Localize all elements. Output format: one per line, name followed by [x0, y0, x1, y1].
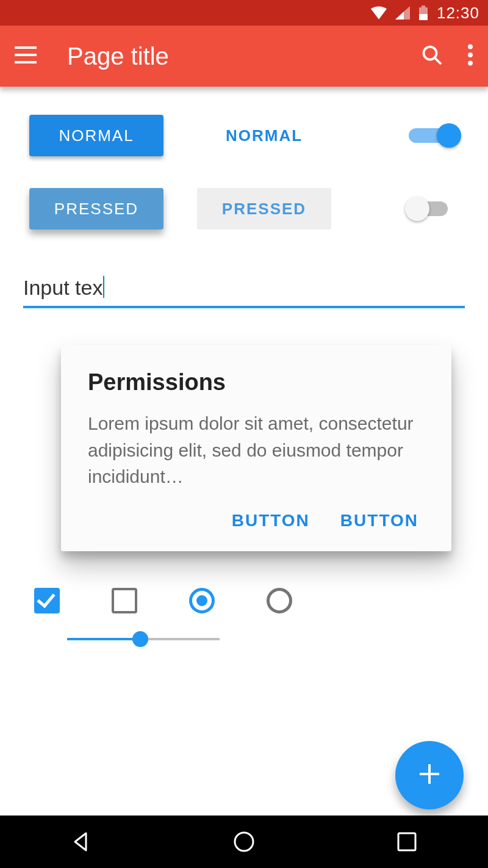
content: NORMAL NORMAL PRESSED PRESSED Input tex … [0, 87, 488, 816]
svg-point-13 [235, 833, 253, 851]
nav-back-icon[interactable] [68, 828, 95, 855]
flat-button-pressed[interactable]: PRESSED [197, 188, 331, 230]
dialog-action-1[interactable]: BUTTON [232, 511, 310, 530]
svg-rect-2 [422, 5, 425, 7]
text-cursor [103, 276, 104, 298]
fab-add-button[interactable] [395, 741, 464, 809]
radio-unselected[interactable] [267, 588, 292, 613]
svg-rect-3 [15, 46, 37, 49]
search-icon[interactable] [421, 44, 443, 68]
svg-rect-4 [15, 54, 37, 56]
svg-point-9 [468, 52, 473, 57]
raised-button-pressed[interactable]: PRESSED [29, 188, 163, 230]
flat-button-normal[interactable]: NORMAL [197, 115, 331, 156]
checkbox-checked[interactable] [34, 588, 60, 613]
page-title: Page title [67, 43, 421, 70]
app-bar: Page title [0, 26, 488, 87]
text-input-value: Input tex [23, 276, 102, 299]
cellular-icon [395, 6, 410, 20]
checkbox-unchecked[interactable] [112, 588, 137, 613]
radio-selected[interactable] [189, 588, 215, 613]
dialog-body: Lorem ipsum dolor sit amet, consectetur … [88, 410, 425, 490]
status-time: 12:30 [437, 4, 479, 23]
svg-line-7 [435, 58, 442, 65]
dialog-card: Permissions Lorem ipsum dolor sit amet, … [61, 345, 451, 551]
svg-point-8 [468, 45, 473, 49]
slider[interactable] [0, 613, 220, 640]
overflow-menu-icon[interactable] [467, 44, 473, 68]
svg-point-10 [468, 61, 473, 66]
dialog-title: Permissions [88, 369, 425, 396]
plus-icon [417, 762, 442, 789]
svg-rect-14 [398, 833, 415, 850]
dialog-action-2[interactable]: BUTTON [340, 511, 418, 530]
nav-home-icon[interactable] [231, 828, 257, 855]
svg-point-6 [424, 47, 437, 60]
svg-rect-12 [420, 773, 439, 775]
svg-rect-5 [15, 61, 37, 63]
svg-rect-1 [419, 14, 428, 20]
nav-recent-icon[interactable] [393, 828, 420, 855]
text-input[interactable]: Input tex [23, 276, 465, 308]
raised-button-normal[interactable]: NORMAL [29, 115, 163, 156]
battery-icon [418, 5, 428, 20]
hamburger-menu-icon[interactable] [15, 46, 37, 66]
switch-off[interactable] [409, 197, 458, 221]
switch-on[interactable] [409, 123, 458, 148]
wifi-icon [371, 6, 387, 20]
system-nav-bar [0, 816, 488, 868]
status-bar: 12:30 [0, 0, 488, 26]
